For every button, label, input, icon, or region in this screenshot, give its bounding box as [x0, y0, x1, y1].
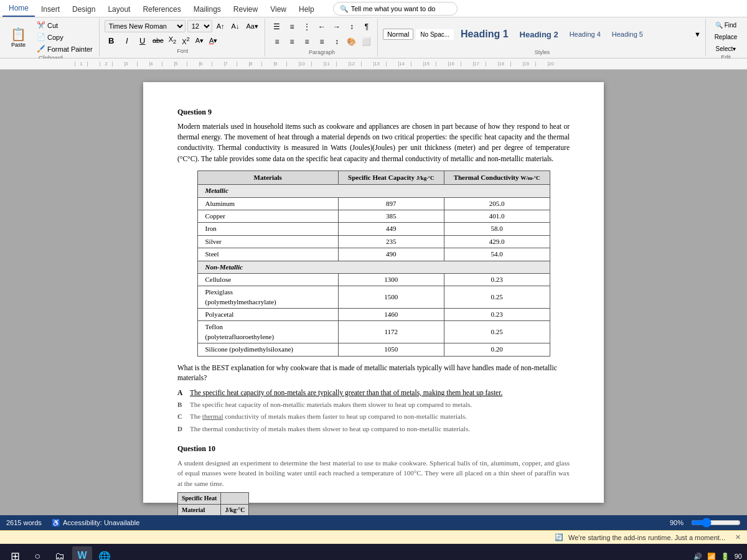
- tab-references[interactable]: References: [136, 2, 187, 17]
- option-d-text: The thermal conductivity of metals makes…: [190, 424, 570, 434]
- folder-icon: 🗂: [55, 551, 65, 560]
- numbering-button[interactable]: ≡: [285, 20, 299, 34]
- justify-button[interactable]: ≡: [315, 35, 329, 49]
- multilevel-button[interactable]: ⋮: [300, 20, 314, 34]
- answer-option-d: D The thermal conductivity of metals mak…: [177, 424, 570, 434]
- styles-more-button[interactable]: ▼: [693, 30, 702, 39]
- ribbon-tabs-bar: Home Insert Design Layout References Mai…: [0, 0, 747, 17]
- clipboard-group: 📋 Paste ✂️ Cut 📄 Copy 🖌️ Format Painter …: [2, 19, 100, 57]
- increase-font-button[interactable]: A↑: [214, 20, 227, 32]
- page: Question 9 Modern materials used in hous…: [143, 82, 604, 503]
- file-explorer-button[interactable]: 🗂: [50, 546, 70, 560]
- table-row: Steel 490 54.0: [197, 248, 550, 261]
- align-left-button[interactable]: ≡: [270, 35, 284, 49]
- style-heading4[interactable]: Heading 4: [565, 29, 605, 40]
- table-row: Iron 449 58.0: [197, 223, 550, 235]
- replace-button[interactable]: Replace: [712, 32, 741, 42]
- zoom-slider[interactable]: [691, 519, 741, 526]
- clock: 90: [735, 553, 742, 560]
- tell-me-text: Tell me what you want to do: [351, 5, 436, 12]
- tab-layout[interactable]: Layout: [101, 2, 136, 17]
- q9-question-text: What is the BEST explanation for why coo…: [177, 363, 570, 383]
- shading-button[interactable]: 🎨: [345, 35, 359, 49]
- text-highlight-button[interactable]: A▾: [194, 34, 205, 47]
- search-icon: 🔍: [340, 5, 349, 13]
- font-group: Times New Roman 12 A↑ A↓ Aa▾ B I U abc X…: [101, 19, 265, 57]
- paragraph-group-label: Paragraph: [270, 49, 374, 55]
- answer-option-c: C The thermal conductivity of metals mak…: [177, 412, 570, 421]
- question-10-title: Question 10: [177, 444, 570, 454]
- align-right-button[interactable]: ≡: [300, 35, 314, 49]
- volume-icon[interactable]: 🔊: [693, 553, 702, 561]
- decrease-indent-button[interactable]: ←: [315, 20, 329, 34]
- accessibility-status: ♿ Accessibility: Unavailable: [52, 519, 140, 527]
- show-marks-button[interactable]: ¶: [360, 20, 374, 34]
- tab-insert[interactable]: Insert: [35, 2, 66, 17]
- cut-icon: ✂️: [37, 21, 45, 29]
- copy-icon: 📄: [37, 33, 45, 41]
- font-aa-button[interactable]: Aa▾: [243, 20, 260, 32]
- notification-text: We're starting the add-ins runtime. Just…: [568, 534, 725, 541]
- taskbar: ⊞ ○ 🗂 W 🌐 🔊 📶 🔋 90: [0, 544, 747, 560]
- paste-button[interactable]: 📋 Paste: [6, 25, 31, 50]
- bold-button[interactable]: B: [105, 34, 118, 47]
- answer-option-a: A The specific heat capacity of non-meta…: [177, 388, 570, 398]
- format-painter-button[interactable]: 🖌️ Format Painter: [34, 44, 95, 54]
- edit-group: 🔍 Find Replace Select▾ Edit: [707, 19, 745, 57]
- sort-button[interactable]: ↕: [345, 20, 359, 34]
- option-c-text: The thermal conductivity of metals makes…: [190, 412, 570, 421]
- style-heading1[interactable]: Heading 1: [456, 27, 512, 42]
- status-bar: 2615 words ♿ Accessibility: Unavailable …: [0, 515, 747, 530]
- tab-view[interactable]: View: [264, 2, 293, 17]
- option-b-text: The specific heat capacity of non-metall…: [190, 400, 570, 409]
- find-button[interactable]: 🔍 Find: [712, 20, 740, 30]
- style-nospace[interactable]: No Spac...: [416, 29, 454, 40]
- tab-design[interactable]: Design: [66, 2, 101, 17]
- bullets-button[interactable]: ☰: [270, 20, 284, 34]
- styles-group-label: Styles: [383, 49, 702, 55]
- borders-button[interactable]: ⬜: [360, 35, 374, 49]
- paragraph-group: ☰ ≡ ⋮ ← → ↕ ¶ ≡ ≡ ≡ ≡ ↕ 🎨 ⬜ Paragraph: [266, 19, 378, 57]
- decrease-font-button[interactable]: A↓: [229, 20, 242, 32]
- strikethrough-button[interactable]: abc: [151, 34, 165, 47]
- tab-help[interactable]: Help: [293, 2, 321, 17]
- notification-bar: 🔄 We're starting the add-ins runtime. Ju…: [0, 530, 747, 544]
- tab-mailings[interactable]: Mailings: [187, 2, 227, 17]
- font-size-select[interactable]: 12: [187, 20, 212, 32]
- tab-review[interactable]: Review: [227, 2, 264, 17]
- superscript-button[interactable]: X2: [180, 34, 191, 47]
- select-button[interactable]: Select▾: [713, 44, 740, 54]
- subscript-button[interactable]: X2: [167, 34, 178, 47]
- taskbar-right: 🔊 📶 🔋 90: [693, 553, 742, 561]
- search-button[interactable]: ○: [27, 546, 47, 560]
- battery-icon: 🔋: [721, 553, 730, 561]
- option-a-text: The specific heat capacity of non-metals…: [190, 388, 570, 398]
- align-center-button[interactable]: ≡: [285, 35, 299, 49]
- font-group-label: Font: [105, 47, 261, 54]
- font-color-button[interactable]: A▾: [207, 34, 219, 47]
- cut-button[interactable]: ✂️ Cut: [34, 20, 95, 30]
- table-row: Aluminum 897 205.0: [197, 197, 550, 210]
- word-taskbar-button[interactable]: W: [72, 546, 92, 560]
- underline-button[interactable]: U: [136, 34, 149, 47]
- notification-close-icon[interactable]: ✕: [735, 533, 741, 541]
- style-heading5[interactable]: Heading 5: [608, 29, 647, 40]
- table-row: Silver 235 429.0: [197, 235, 550, 248]
- ribbon-body: 📋 Paste ✂️ Cut 📄 Copy 🖌️ Format Painter …: [0, 17, 747, 58]
- style-heading2[interactable]: Heading 2: [515, 28, 563, 41]
- increase-indent-button[interactable]: →: [330, 20, 344, 34]
- table-row: Teflon(polytetrafluoroethylene) 1172 0.2…: [197, 321, 550, 343]
- chrome-button[interactable]: 🌐: [95, 546, 115, 560]
- copy-button[interactable]: 📄 Copy: [34, 32, 95, 42]
- tell-me-box[interactable]: 🔍 Tell me what you want to do: [333, 2, 458, 16]
- italic-button[interactable]: I: [120, 34, 134, 47]
- chrome-icon: 🌐: [98, 551, 111, 561]
- line-spacing-button[interactable]: ↕: [330, 35, 344, 49]
- table-row: Copper 385 401.0: [197, 210, 550, 222]
- start-button[interactable]: ⊞: [5, 546, 25, 560]
- font-name-select[interactable]: Times New Roman: [105, 20, 186, 32]
- style-normal[interactable]: Normal: [383, 29, 413, 40]
- notification-icon: 🔄: [555, 533, 563, 541]
- option-c-letter: C: [177, 412, 190, 421]
- tab-home[interactable]: Home: [2, 1, 35, 17]
